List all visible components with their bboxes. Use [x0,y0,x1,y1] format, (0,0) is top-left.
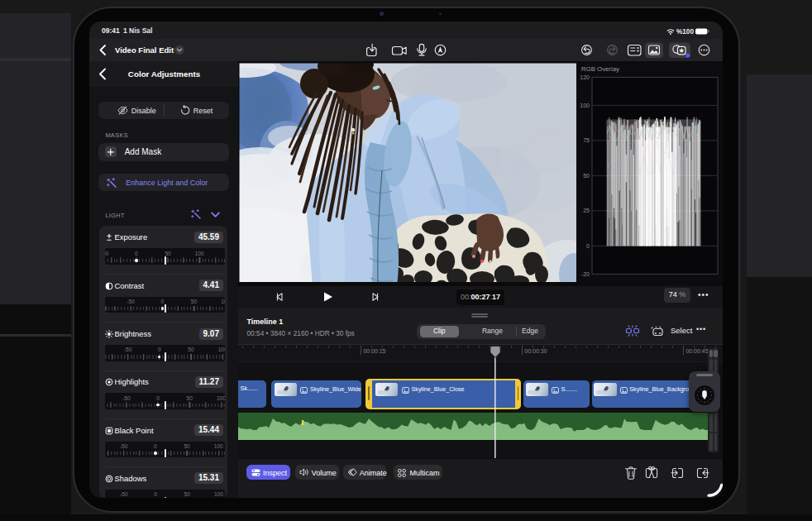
svg-text:-20: -20 [581,271,590,277]
svg-text:75: 75 [583,137,590,143]
svg-text:50: 50 [583,173,590,179]
svg-text:25: 25 [583,208,590,213]
svg-text:120: 120 [580,74,590,80]
svg-text:Video Final Edit: Video Final Edit [115,45,174,55]
svg-text:%100: %100 [676,28,694,36]
svg-text:0: 0 [586,243,590,249]
svg-text:100: 100 [580,103,590,108]
